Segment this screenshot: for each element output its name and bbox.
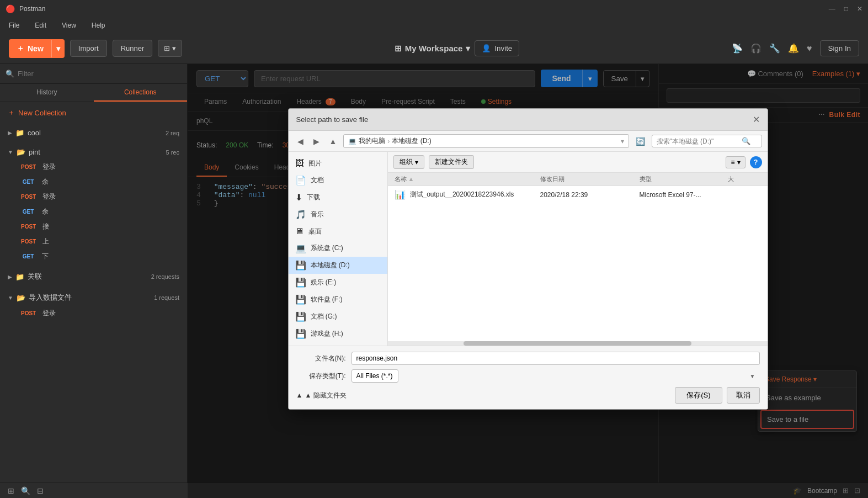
- scrollbar-thumb[interactable]: [464, 341, 691, 346]
- invite-button[interactable]: 👤 Invite: [475, 40, 519, 56]
- collection-pint-header[interactable]: ▼ 📂 pint 5 rec: [0, 145, 187, 160]
- search-input[interactable]: [18, 70, 182, 78]
- add-collection-button[interactable]: ＋ New Collection: [0, 102, 187, 123]
- collection-daoru-items: POST 登录: [0, 306, 187, 321]
- tab-collections[interactable]: Collections: [94, 84, 188, 102]
- menu-view[interactable]: View: [58, 19, 79, 31]
- sidebar-item-downloads[interactable]: ⬇ 下载: [289, 189, 387, 206]
- col-name-header: 名称 ▲: [395, 175, 540, 183]
- sidebar-item-drive-c[interactable]: 💻 系统盘 (C:): [289, 240, 387, 257]
- method-badge-post: POST: [19, 237, 38, 246]
- method-badge-post: POST: [19, 193, 38, 201]
- dialog-cancel-button[interactable]: 取消: [727, 387, 760, 404]
- heart-icon[interactable]: ♥: [807, 44, 812, 54]
- maximize-btn[interactable]: □: [844, 5, 848, 13]
- sidebar-item-drive-g[interactable]: 💾 文档 (G:): [289, 308, 387, 325]
- workspace-button[interactable]: ⊞ My Workspace ▾: [395, 44, 471, 54]
- nav-forward-button[interactable]: ▶: [310, 135, 323, 147]
- sidebar-item-desktop[interactable]: 🖥 桌面: [289, 223, 387, 240]
- list-item[interactable]: POST 上: [11, 234, 187, 249]
- drive-c-label: 系统盘 (C:): [311, 243, 343, 253]
- nav-up-button[interactable]: ▲: [326, 135, 340, 147]
- drive-f-label: 软件盘 (F:): [311, 295, 343, 304]
- wrench-icon[interactable]: 🔧: [769, 43, 780, 54]
- dialog-close-button[interactable]: ✕: [753, 114, 760, 125]
- bell-icon[interactable]: 🔔: [788, 43, 799, 54]
- help-button[interactable]: ?: [750, 156, 762, 168]
- tab-history[interactable]: History: [0, 84, 94, 102]
- sidebar-item-drive-h[interactable]: 💾 游戏盘 (H:): [289, 325, 387, 342]
- sidebar-item-music[interactable]: 🎵 音乐: [289, 206, 387, 223]
- menu-edit[interactable]: Edit: [31, 19, 50, 31]
- file-dialog-overlay: Select path to save file ✕ ◀ ▶ ▲ 💻 我的电脑 …: [188, 64, 868, 498]
- collection-guanlian-name: 关联: [28, 272, 148, 282]
- collection-daoru-header[interactable]: ▼ 📂 导入数据文件 1 request: [0, 289, 187, 306]
- new-button-arrow[interactable]: ▾: [51, 40, 65, 57]
- list-item[interactable]: POST 登录: [11, 189, 187, 204]
- file-name: 📊 测试_output__20200218223946.xls: [395, 189, 540, 200]
- folder-icon: 📂: [17, 148, 25, 156]
- runner-button[interactable]: Runner: [113, 40, 153, 57]
- sidebar-item-pictures[interactable]: 🖼 图片: [289, 155, 387, 172]
- new-button-main[interactable]: ＋ New: [9, 39, 51, 58]
- list-item[interactable]: GET 下: [11, 249, 187, 264]
- app-icon: 🔴: [6, 4, 15, 13]
- drive-c-icon: 💻: [295, 243, 306, 253]
- list-item[interactable]: POST 登录: [11, 306, 187, 321]
- collection-cool-header[interactable]: ▶ 📁 cool 2 req: [0, 125, 187, 140]
- layers-icon[interactable]: ⊟: [37, 486, 44, 495]
- view-button[interactable]: ≡ ▾: [726, 156, 745, 168]
- filename-input[interactable]: [352, 352, 760, 365]
- breadcrumb-dropdown[interactable]: ▾: [621, 137, 624, 145]
- sidebar-item-drive-f[interactable]: 💾 软件盘 (F:): [289, 291, 387, 308]
- collection-cool-count: 2 req: [166, 130, 179, 136]
- organize-button[interactable]: 组织 ▾: [393, 155, 424, 169]
- toolbar-center: ⊞ My Workspace ▾ 👤 Invite: [188, 40, 726, 56]
- nav-back-button[interactable]: ◀: [294, 135, 307, 147]
- close-btn[interactable]: ✕: [857, 5, 862, 13]
- list-item[interactable]: GET 余: [11, 204, 187, 219]
- collapse-icon: ▶: [8, 130, 12, 136]
- collection-guanlian-header[interactable]: ▶ 📁 关联 2 requests: [0, 268, 187, 285]
- hide-folders-button[interactable]: ▲ ▲ 隐藏文件夹: [296, 391, 347, 400]
- terminal-icon[interactable]: ⊞: [8, 486, 14, 495]
- filetype-select[interactable]: All Files (*.*): [352, 369, 398, 383]
- new-folder-button[interactable]: 新建文件夹: [429, 155, 474, 169]
- request-name: 接: [42, 222, 179, 231]
- dialog-save-button[interactable]: 保存(S): [675, 387, 722, 404]
- file-item[interactable]: 📊 测试_output__20200218223946.xls 2020/2/1…: [388, 186, 768, 203]
- desktop-label: 桌面: [308, 227, 322, 236]
- search-bottom-icon[interactable]: 🔍: [21, 486, 30, 495]
- toolbar: ＋ New ▾ Import Runner ⊞ ▾ ⊞ My Workspace…: [0, 33, 868, 64]
- downloads-icon: ⬇: [295, 192, 302, 203]
- import-button[interactable]: Import: [70, 40, 107, 57]
- downloads-label: 下载: [307, 193, 320, 202]
- new-button[interactable]: ＋ New ▾: [9, 39, 65, 58]
- menu-file[interactable]: File: [6, 19, 23, 31]
- file-search-input[interactable]: [657, 137, 739, 145]
- horizontal-scrollbar[interactable]: [388, 341, 768, 346]
- menu-help[interactable]: Help: [88, 19, 109, 31]
- sidebar-item-drive-d[interactable]: 💾 本地磁盘 (D:): [289, 257, 387, 274]
- builder-button[interactable]: ⊞ ▾: [158, 40, 182, 57]
- drive-e-label: 娱乐 (E:): [311, 278, 337, 287]
- sidebar-item-drive-e[interactable]: 💾 娱乐 (E:): [289, 274, 387, 291]
- minimize-btn[interactable]: —: [829, 5, 835, 13]
- workspace-label: My Workspace: [405, 44, 463, 53]
- collection-guanlian-count: 2 requests: [151, 273, 179, 280]
- sidebar-item-documents[interactable]: 📄 文档: [289, 172, 387, 189]
- request-name: 余: [42, 207, 179, 216]
- nav-refresh-button[interactable]: 🔄: [632, 135, 648, 147]
- list-item[interactable]: POST 接: [11, 219, 187, 234]
- sign-in-button[interactable]: Sign In: [820, 40, 860, 56]
- dialog-sidebar: 🖼 图片 📄 文档 ⬇ 下载 🎵 音乐: [289, 152, 388, 346]
- request-name: 登录: [42, 192, 179, 202]
- collection-daoru-count: 1 request: [154, 294, 179, 301]
- satellite-icon[interactable]: 📡: [732, 43, 743, 54]
- list-item[interactable]: GET 余: [11, 174, 187, 189]
- list-item[interactable]: POST 登录: [11, 160, 187, 174]
- collection-guanlian: ▶ 📁 关联 2 requests: [0, 266, 187, 287]
- window-controls[interactable]: — □ ✕: [829, 5, 862, 13]
- headset-icon[interactable]: 🎧: [750, 43, 762, 54]
- request-name: 登录: [42, 162, 179, 172]
